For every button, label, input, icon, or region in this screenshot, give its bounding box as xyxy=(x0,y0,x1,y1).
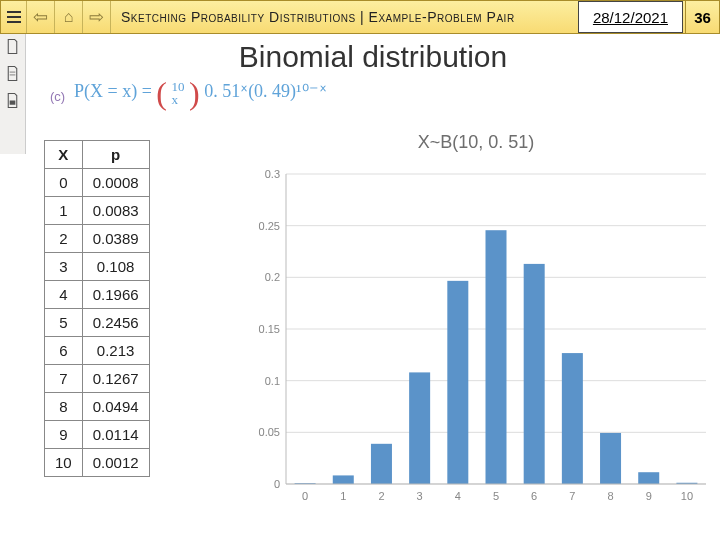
svg-text:9: 9 xyxy=(646,490,652,502)
table-row: 70.1267 xyxy=(45,365,150,393)
svg-text:0.05: 0.05 xyxy=(259,426,280,438)
bar xyxy=(447,281,468,484)
svg-text:0.1: 0.1 xyxy=(265,375,280,387)
bar xyxy=(638,472,659,484)
sidebar xyxy=(0,34,26,154)
date-label: 28/12/2021 xyxy=(578,1,683,33)
nav-forward-button[interactable]: ⇨ xyxy=(83,1,111,33)
menu-icon[interactable] xyxy=(1,1,27,33)
svg-text:0.3: 0.3 xyxy=(265,168,280,180)
page-title: Binomial distribution xyxy=(26,34,720,76)
svg-text:7: 7 xyxy=(569,490,575,502)
bar-chart: 00.050.10.150.20.250.3012345678910 xyxy=(236,159,716,519)
doc-image-icon[interactable] xyxy=(4,92,21,109)
table-row: 100.0012 xyxy=(45,449,150,477)
bar xyxy=(562,353,583,484)
bar xyxy=(333,475,354,484)
bar xyxy=(486,230,507,484)
svg-text:5: 5 xyxy=(493,490,499,502)
svg-text:0.25: 0.25 xyxy=(259,220,280,232)
nav-group: ⇦ ⌂ ⇨ xyxy=(27,1,111,33)
svg-text:1: 1 xyxy=(340,490,346,502)
page-number: 36 xyxy=(685,1,719,33)
svg-text:0: 0 xyxy=(274,478,280,490)
table-row: 50.2456 xyxy=(45,309,150,337)
svg-text:6: 6 xyxy=(531,490,537,502)
doc-icon[interactable] xyxy=(4,38,21,55)
bar xyxy=(409,372,430,484)
bar xyxy=(371,444,392,484)
bar xyxy=(600,433,621,484)
nav-back-button[interactable]: ⇦ xyxy=(27,1,55,33)
part-label: (c) xyxy=(50,89,65,104)
chart: X~B(10, 0. 51) 00.050.10.150.20.250.3012… xyxy=(236,132,716,532)
table-row: 20.0389 xyxy=(45,225,150,253)
svg-text:0.2: 0.2 xyxy=(265,271,280,283)
svg-text:0.15: 0.15 xyxy=(259,323,280,335)
probability-table: Xp 00.000810.008320.038930.10840.196650.… xyxy=(44,140,150,477)
formula: P(X = x) = ( 10x ) 0. 51ˣ(0. 49)¹⁰⁻ˣ xyxy=(74,80,327,106)
formula-rhs: 0. 51ˣ(0. 49)¹⁰⁻ˣ xyxy=(204,81,326,101)
table-row: 00.0008 xyxy=(45,169,150,197)
table-row: 10.0083 xyxy=(45,197,150,225)
nav-home-button[interactable]: ⌂ xyxy=(55,1,83,33)
svg-text:0: 0 xyxy=(302,490,308,502)
bar xyxy=(524,264,545,484)
table-header: Xp xyxy=(45,141,150,169)
svg-rect-0 xyxy=(10,101,16,105)
svg-text:2: 2 xyxy=(378,490,384,502)
table-row: 30.108 xyxy=(45,253,150,281)
svg-text:4: 4 xyxy=(455,490,461,502)
table-row: 40.1966 xyxy=(45,281,150,309)
chart-title: X~B(10, 0. 51) xyxy=(236,132,716,153)
table-row: 90.0114 xyxy=(45,421,150,449)
table-row: 60.213 xyxy=(45,337,150,365)
svg-text:3: 3 xyxy=(417,490,423,502)
svg-text:10: 10 xyxy=(681,490,693,502)
toolbar: ⇦ ⌂ ⇨ Sketching Probability Distribution… xyxy=(0,0,720,34)
doc-lines-icon[interactable] xyxy=(4,65,21,82)
svg-text:8: 8 xyxy=(607,490,613,502)
formula-lhs: P(X = x) = xyxy=(74,81,152,101)
breadcrumb: Sketching Probability Distributions | Ex… xyxy=(111,9,578,25)
slide-content: Binomial distribution (c) P(X = x) = ( 1… xyxy=(26,34,720,540)
table-row: 80.0494 xyxy=(45,393,150,421)
